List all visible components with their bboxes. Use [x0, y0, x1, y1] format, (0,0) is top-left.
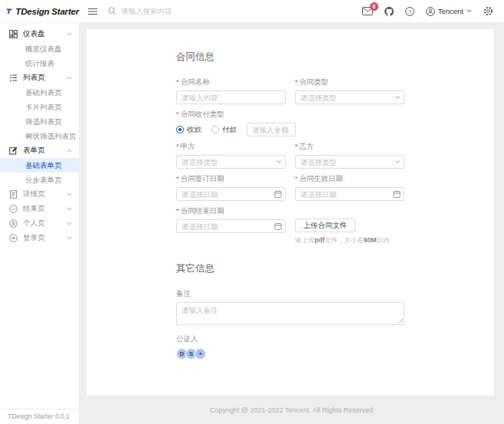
- amount-input[interactable]: [247, 123, 296, 136]
- sign-date-input[interactable]: [176, 187, 286, 201]
- required-mark: *: [176, 110, 179, 118]
- add-avatar-button[interactable]: +: [195, 348, 206, 360]
- sidebar-item-dashboard-detail[interactable]: 统计报表: [0, 56, 79, 71]
- field-label: *合同名称: [176, 77, 286, 87]
- chevron-down-icon: [394, 160, 401, 164]
- field-end-date: *合同结束日期: [176, 206, 286, 240]
- field-payment-type: *合同收付类型 收款 付款: [176, 110, 404, 136]
- app-header: TDesign Starter 6 ? Tencent: [0, 0, 504, 23]
- mail-icon[interactable]: 6: [362, 7, 373, 15]
- contract-form: 合同信息 *合同名称 *合同类型: [176, 29, 404, 396]
- required-mark: *: [176, 206, 179, 215]
- sidebar-item-login[interactable]: 登录页: [0, 231, 79, 245]
- sidebar-item-label: 仪表盘: [23, 29, 67, 39]
- sidebar-item-user[interactable]: 个人页: [0, 216, 79, 231]
- copyright-footer: Copyright @ 2021-2022 Tencent. All Right…: [79, 396, 504, 424]
- main-content: 合同信息 *合同名称 *合同类型: [79, 23, 504, 424]
- field-sign-date: *合同签订日期: [176, 174, 286, 201]
- sidebar-item-dashboard[interactable]: 仪表盘: [0, 27, 79, 41]
- party-b-select[interactable]: [295, 155, 404, 169]
- field-contract-type: *合同类型: [295, 77, 404, 104]
- upload-area: 上传合同文件 请上传pdf文件，大小在60M以内: [295, 219, 389, 245]
- field-label: 公证人: [176, 334, 404, 344]
- sidebar-menu: 仪表盘 概览仪表盘 统计报表 列表页 基础列表页 卡片列表页 筛选列表页 树状筛…: [0, 23, 79, 245]
- search-input[interactable]: [121, 7, 236, 15]
- tdesign-logo-icon: [6, 6, 12, 16]
- end-date-input[interactable]: [176, 219, 286, 233]
- user-menu[interactable]: Tencent: [426, 7, 472, 16]
- chevron-down-icon: [67, 207, 72, 211]
- radio-dot-icon: [211, 126, 219, 133]
- field-label: *合同生效日期: [295, 174, 404, 184]
- hamburger-icon[interactable]: [88, 8, 97, 15]
- form-card: 合同信息 *合同名称 *合同类型: [87, 29, 494, 396]
- sidebar-item-form-base[interactable]: 基础表单页: [0, 158, 79, 173]
- global-search: [108, 7, 236, 15]
- sidebar-item-list[interactable]: 列表页: [0, 71, 79, 85]
- app-version: TDesign Starter 0.0.1: [0, 409, 79, 424]
- sidebar-item-label: 列表页: [23, 73, 67, 83]
- field-label: *合同类型: [295, 77, 404, 87]
- chevron-down-icon: [394, 96, 401, 100]
- sidebar-item-form-step[interactable]: 分步表单页: [0, 173, 79, 187]
- calendar-icon: [274, 222, 282, 230]
- gear-icon[interactable]: [483, 6, 493, 16]
- sidebar: 仪表盘 概览仪表盘 统计报表 列表页 基础列表页 卡片列表页 筛选列表页 树状筛…: [0, 23, 79, 424]
- radio-receive[interactable]: 收款: [176, 125, 201, 135]
- field-label: 备注: [176, 289, 404, 299]
- sidebar-item-dashboard-base[interactable]: 概览仪表盘: [0, 41, 79, 56]
- contract-type-select[interactable]: [295, 90, 404, 104]
- sidebar-item-list-filter[interactable]: 筛选列表页: [0, 114, 79, 129]
- form-icon: [9, 146, 18, 155]
- view-list-icon: [9, 74, 18, 82]
- svg-text:?: ?: [408, 8, 411, 15]
- chevron-up-icon: [67, 76, 72, 80]
- field-label: *甲方: [176, 142, 286, 152]
- radio-pay[interactable]: 付款: [211, 125, 237, 135]
- sidebar-item-label: 详情页: [23, 189, 67, 199]
- remark-textarea[interactable]: [176, 302, 404, 325]
- field-label: *合同结束日期: [176, 206, 286, 216]
- sidebar-item-label: 表单页: [23, 146, 67, 156]
- section-title-contract: 合同信息: [176, 51, 404, 64]
- calendar-icon: [393, 190, 401, 198]
- user-circle-icon: [9, 219, 18, 228]
- help-icon[interactable]: ?: [405, 7, 414, 16]
- user-name: Tencent: [438, 7, 463, 15]
- sidebar-item-result[interactable]: 结果页: [0, 202, 79, 216]
- required-mark: *: [176, 142, 179, 150]
- chevron-down-icon: [67, 222, 72, 225]
- sidebar-item-detail[interactable]: 详情页: [0, 187, 79, 202]
- sidebar-item-form[interactable]: 表单页: [0, 143, 79, 158]
- field-remark: 备注: [176, 289, 404, 325]
- upload-contract-button[interactable]: 上传合同文件: [295, 219, 355, 232]
- dashboard-icon: [9, 30, 18, 38]
- required-mark: *: [176, 174, 179, 182]
- chevron-up-icon: [67, 32, 72, 36]
- effective-date-input[interactable]: [295, 187, 404, 201]
- github-icon[interactable]: [385, 7, 394, 16]
- contract-name-input[interactable]: [176, 90, 286, 104]
- sidebar-item-list-card[interactable]: 卡片列表页: [0, 100, 79, 114]
- app-logo[interactable]: TDesign Starter: [0, 6, 79, 16]
- login-icon: [9, 234, 18, 242]
- check-circle-icon: [9, 205, 18, 213]
- chevron-down-icon: [466, 9, 472, 13]
- calendar-icon: [274, 190, 282, 198]
- section-title-other: 其它信息: [176, 262, 404, 275]
- required-mark: *: [295, 174, 298, 182]
- radio-dot-icon: [176, 126, 184, 133]
- sidebar-item-label: 登录页: [23, 233, 67, 243]
- notification-badge: 6: [370, 2, 378, 11]
- notary-avatar-group: D S +: [176, 348, 404, 360]
- chevron-down-icon: [67, 236, 72, 240]
- sidebar-item-list-tree[interactable]: 树状筛选列表页: [0, 129, 79, 143]
- user-icon: [426, 7, 435, 16]
- field-contract-name: *合同名称: [176, 77, 286, 104]
- chevron-down-icon: [67, 192, 72, 196]
- party-a-select[interactable]: [176, 155, 286, 169]
- field-label: *乙方: [295, 142, 404, 152]
- field-party-b: *乙方: [295, 142, 404, 169]
- upload-hint: 请上传pdf文件，大小在60M以内: [295, 236, 389, 245]
- sidebar-item-list-base[interactable]: 基础列表页: [0, 85, 79, 100]
